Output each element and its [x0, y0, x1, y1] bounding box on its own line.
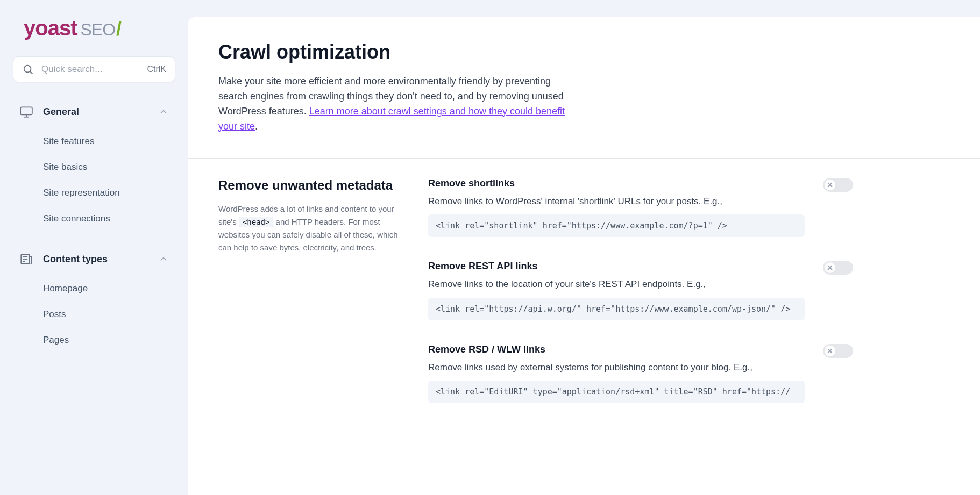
sidebar-item-pages[interactable]: Pages: [37, 327, 175, 353]
sidebar-item-posts[interactable]: Posts: [37, 302, 175, 327]
page-title: Crawl optimization: [218, 41, 950, 63]
chevron-up-icon: [158, 254, 169, 264]
search-icon: [22, 63, 34, 75]
monitor-icon: [19, 105, 33, 119]
toggle-remove-rsd-wlw-links[interactable]: [823, 344, 853, 358]
setting-title: Remove RSD / WLW links: [428, 344, 545, 355]
nav-label-content-types: Content types: [43, 254, 158, 265]
brand-name: yoast: [24, 16, 77, 40]
page-description: Make your site more efficient and more e…: [218, 74, 579, 134]
brand-suffix: SEO: [81, 20, 116, 40]
main-content: Crawl optimization Make your site more e…: [188, 17, 980, 495]
svg-rect-2: [20, 107, 32, 114]
x-icon: [827, 348, 833, 354]
x-icon: [827, 182, 833, 188]
chevron-up-icon: [158, 106, 169, 117]
toggle-remove-rest-api-links[interactable]: [823, 261, 853, 275]
sidebar-item-homepage[interactable]: Homepage: [37, 276, 175, 302]
nav-toggle-content-types[interactable]: Content types: [13, 247, 175, 271]
brand-slash: /: [116, 18, 122, 40]
x-icon: [827, 265, 833, 270]
sidebar-item-site-basics[interactable]: Site basics: [37, 154, 175, 180]
setting-remove-shortlinks: Remove shortlinks Remove links to WordPr…: [428, 178, 805, 238]
code-example: <link rel="shortlink" href="https://www.…: [428, 214, 805, 237]
toggle-remove-shortlinks[interactable]: [823, 178, 853, 192]
search-shortcut: CtrlK: [147, 64, 166, 74]
nav-group-content-types: Content types Homepage Posts Pages: [13, 247, 175, 353]
setting-title: Remove REST API links: [428, 261, 537, 272]
nav-toggle-general[interactable]: General: [13, 99, 175, 124]
nav-group-general: General Site features Site basics Site r…: [13, 99, 175, 232]
nav-label-general: General: [43, 106, 158, 118]
code-example: <link rel="https://api.w.org/" href="htt…: [428, 298, 805, 320]
sidebar-item-site-representation[interactable]: Site representation: [37, 180, 175, 206]
setting-remove-rsd-wlw-links: Remove RSD / WLW links Remove links used…: [428, 344, 805, 404]
section-title: Remove unwanted metadata: [218, 178, 407, 193]
setting-title: Remove shortlinks: [428, 178, 515, 189]
setting-description: Remove links used by external systems fo…: [428, 361, 805, 375]
code-example: <link rel="EditURI" type="application/rs…: [428, 381, 805, 403]
section-remove-metadata: Remove unwanted metadata WordPress adds …: [188, 159, 980, 447]
brand-logo: yoast SEO /: [13, 16, 175, 40]
newspaper-icon: [19, 252, 33, 266]
setting-description: Remove links to the location of your sit…: [428, 277, 805, 291]
sidebar: yoast SEO / Quick search... CtrlK Genera…: [0, 0, 188, 495]
page-header: Crawl optimization Make your site more e…: [188, 17, 980, 159]
search-placeholder: Quick search...: [41, 64, 147, 75]
setting-remove-rest-api-links: Remove REST API links Remove links to th…: [428, 261, 805, 320]
search-input[interactable]: Quick search... CtrlK: [13, 56, 175, 82]
sidebar-item-site-features[interactable]: Site features: [37, 128, 175, 154]
setting-description: Remove links to WordPress' internal 'sho…: [428, 195, 805, 209]
svg-line-1: [30, 71, 32, 74]
sidebar-item-site-connections[interactable]: Site connections: [37, 206, 175, 232]
svg-point-0: [24, 66, 31, 73]
section-description: WordPress adds a lot of links and conten…: [218, 203, 407, 254]
